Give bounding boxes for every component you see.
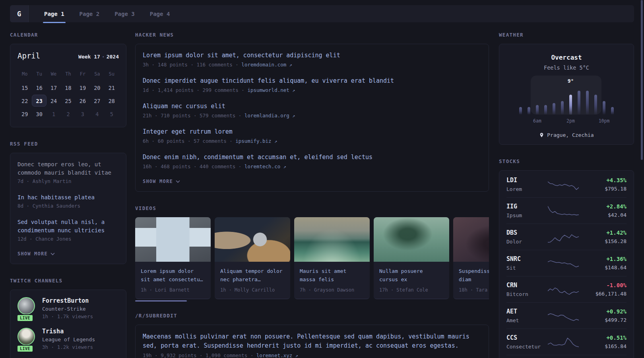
video-meta: 1h · Molly Carrillo [220,287,285,293]
stock-ticker: DBS [506,229,545,236]
calendar-day: 22 [17,95,32,107]
weather-bar-wrap [519,86,522,115]
rss-item: Donec tempor eros leo, ut commodo mauris… [17,160,119,184]
stock-sparkline [545,282,582,297]
rss-show-more-button[interactable]: SHOW MORE [17,251,119,257]
stock-name: Lorem [506,186,545,192]
weather-bar [586,91,589,115]
calendar-month: April [17,51,40,60]
calendar-header: CALENDAR [10,32,126,38]
stock-row: DBS Dolor +1.42% $156.28 [506,224,627,250]
location-pin-icon [539,132,544,138]
video-carousel-scrollbar-thumb[interactable] [135,300,187,302]
dot-separator: · [102,54,105,60]
video-meta: 1h · Lori Barnett [141,287,205,293]
rss-item-title[interactable]: Sed volutpat nulla nisl, a condimentum n… [17,218,119,235]
video-thumbnail[interactable] [135,217,211,262]
video-meta: 7h · Grayson Dawson [300,287,364,293]
video-thumbnail[interactable] [294,217,370,262]
calendar-day: 20 [90,82,104,93]
hacker-news-item-meta: 1d · 1,414 points · 299 comments · ipsum… [143,87,481,93]
right-column: WEATHER Overcast Feels like 5°C [499,32,634,358]
video-card[interactable]: Lorem ipsum dolor sit amet consectetu… 1… [135,217,211,299]
hacker-news-item-title[interactable]: Aliquam nec cursus elit [143,102,481,111]
hacker-news-item-domain[interactable]: loremdomain.com [241,62,286,68]
video-title[interactable]: Aliquam tempor dolor nec pharetra… [220,267,285,284]
weather-feels-like: Feels like 5°C [506,64,627,71]
stock-row: AHS +0.46% [506,355,627,358]
stock-change: +2.84% [582,203,627,210]
page-tab[interactable]: Page 1 [37,5,72,22]
middle-column: HACKER NEWS Lorem ipsum dolor sit amet, … [135,32,489,358]
calendar-weekday: Su [105,70,119,78]
calendar-day: 15 [17,82,32,93]
hacker-news-item-title[interactable]: Donec enim nibh, condimentum et accumsan… [143,153,481,161]
hacker-news-item-domain[interactable]: loremlandia.org [244,113,289,119]
rss-item: Sed volutpat nulla nisl, a condimentum n… [17,218,119,242]
weather-bar [544,105,547,115]
video-thumbnail[interactable] [453,217,489,262]
weather-section: WEATHER Overcast Feels like 5°C [499,32,634,145]
videos-header: VIDEOS [135,205,489,211]
video-title[interactable]: Suspendisse diam [459,267,489,284]
app-logo[interactable]: G [10,5,29,22]
hacker-news-item-domain[interactable]: ipsumworld.net [247,87,289,93]
hacker-news-item-domain[interactable]: ipsumify.biz [235,138,271,144]
page-tab[interactable]: Page 2 [72,5,107,22]
reddit-post-meta: 19h · 9,932 points · 1,090 comments · lo… [143,352,481,358]
video-title[interactable]: Nullam posuere cursus ex [379,267,444,284]
stock-ticker: AET [506,308,545,315]
calendar-day: 29 [17,108,32,120]
live-badge: LIVE [17,345,33,352]
page-tab[interactable]: Page 4 [142,5,178,22]
twitch-channel-row[interactable]: LIVE ForrestBurton Counter-Strike 1h · 1… [17,297,119,319]
reddit-post-title[interactable]: Maecenas mollis pulvinar erat non posuer… [143,332,481,350]
video-title[interactable]: Lorem ipsum dolor sit amet consectetu… [141,267,205,284]
reddit-post-domain[interactable]: loremnet.xyz [256,352,292,358]
stock-price: $66,171.48 [582,291,627,297]
hacker-news-item: Donec imperdiet augue tincidunt felis al… [143,77,481,93]
video-thumbnail[interactable] [374,217,449,262]
hacker-news-item-domain[interactable]: loremtech.co [244,163,280,169]
stock-price: $165.84 [582,343,627,349]
stock-sparkline [545,204,582,218]
rss-item: In hac habitasse platea 8d · Cynthia Sau… [17,193,119,209]
external-link-icon: ↗ [283,164,286,169]
page-tab[interactable]: Page 3 [107,5,142,22]
stock-row: AET Amet +0.92% $499.72 [506,303,627,329]
external-link-icon: ↗ [289,62,292,68]
video-title[interactable]: Mauris sit amet massa felis [300,267,364,284]
rss-item-title[interactable]: In hac habitasse platea [17,193,119,202]
twitch-channel-name[interactable]: Trisha [42,328,95,335]
calendar-day: 18 [61,82,75,93]
stock-row: CCS Consectetur +0.51% $165.84 [506,329,627,355]
stock-change: +0.51% [582,335,627,341]
avatar [17,297,35,315]
video-card-body: Mauris sit amet massa felis 7h · Grayson… [294,262,370,299]
hacker-news-item-title[interactable]: Integer eget rutrum lorem [143,128,481,136]
rss-item-title[interactable]: Donec tempor eros leo, ut commodo mauris… [17,160,119,177]
video-thumbnail[interactable] [215,217,290,262]
twitch-channel-game: League of Legends [42,337,95,342]
video-card[interactable]: Suspendisse diam 18h · Tara [453,217,489,299]
page-scrollbar-thumb[interactable] [641,0,643,160]
hacker-news-show-more-button[interactable]: SHOW MORE [143,179,481,184]
calendar-day: 23 [32,95,46,107]
hacker-news-item-title[interactable]: Donec imperdiet augue tincidunt felis al… [143,77,481,85]
weather-time-label: 2pm [566,118,575,124]
weather-temp-label: 9° [568,78,574,84]
video-card[interactable]: Mauris sit amet massa felis 7h · Grayson… [294,217,370,299]
weather-bar-wrap [578,86,580,115]
calendar-day: 17 [47,82,61,93]
hacker-news-item-title[interactable]: Lorem ipsum dolor sit amet, consectetur … [143,51,481,60]
calendar-day: 16 [32,82,46,93]
calendar-weekday: Th [61,70,75,78]
twitch-channel-name[interactable]: ForrestBurton [42,297,93,304]
stock-price: $499.72 [582,317,627,323]
hacker-news-item-meta: 3h · 148 points · 116 comments · loremdo… [143,62,481,68]
twitch-channel-row[interactable]: LIVE Trisha League of Legends 3h · 1.2k … [17,328,119,350]
hacker-news-header: HACKER NEWS [135,32,489,38]
hacker-news-item: Aliquam nec cursus elit 21h · 710 points… [143,102,481,119]
video-card[interactable]: Nullam posuere cursus ex 17h · Stefan Co… [374,217,449,299]
video-card[interactable]: Aliquam tempor dolor nec pharetra… 1h · … [215,217,290,299]
